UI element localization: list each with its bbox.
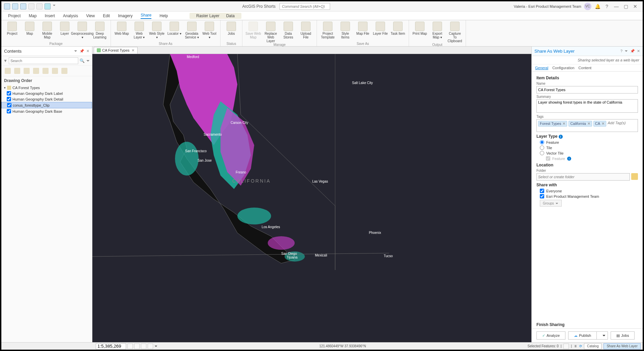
share-help-icon[interactable]: ? [620,49,622,53]
notifications-icon[interactable]: 🔔 [594,3,601,9]
info-icon[interactable]: i [567,157,571,161]
pane-menu-icon[interactable]: ⏷ [74,49,78,53]
status-tool-icon[interactable] [134,344,140,349]
tab-share[interactable]: Share [141,13,151,19]
toc-layer-item[interactable]: Human Geography Dark Detail [1,96,92,102]
tab-edit[interactable]: Edit [103,14,110,18]
status-tool-icon[interactable] [148,344,153,349]
tab-project[interactable]: Project [8,14,21,18]
qat-dropdown-icon[interactable]: ⏷ [53,3,56,9]
remove-tag-icon[interactable]: ✕ [562,122,565,126]
tag-chip[interactable]: California✕ [568,121,592,127]
help-icon[interactable]: ? [604,3,610,9]
share-tab-general[interactable]: General [535,66,548,70]
ribbon-tool[interactable]: Web Style ▾ [149,22,165,39]
browse-folder-icon[interactable] [631,173,638,180]
add-tag-input[interactable] [608,121,636,125]
ribbon-tool[interactable]: Mobile Map [39,22,55,39]
ribbon-tool[interactable]: Project [4,22,20,39]
tags-input-box[interactable]: Forest Types✕California✕CA✕ [536,119,638,132]
qat-open-icon[interactable] [12,3,18,9]
ribbon-tool[interactable]: Layer [57,22,73,39]
qat-redo-icon[interactable] [36,3,42,9]
tab-data[interactable]: Data [226,14,235,18]
ribbon-tool[interactable]: Map [22,22,38,39]
avatar[interactable]: VC [584,3,591,10]
remove-tag-icon[interactable]: ✕ [602,122,605,126]
share-menu-icon[interactable]: ⏷ [624,49,628,53]
toc-map-root[interactable]: ▾ CA Forest Types [1,85,92,90]
name-input[interactable] [536,86,638,93]
radio-feature[interactable]: Feature [540,140,638,144]
tab-imagery[interactable]: Imagery [118,14,133,18]
tab-raster-layer[interactable]: Raster Layer [196,14,219,18]
analyze-button[interactable]: ✓Analyze [536,331,565,340]
qat-save-icon[interactable] [20,3,26,9]
search-options-icon[interactable]: ⏷ [86,58,90,63]
contents-search-input[interactable] [9,57,78,64]
layer-visibility-checkbox[interactable] [7,97,11,101]
radio-vector-tile[interactable]: Vector Tile [540,151,638,155]
pause-icon[interactable]: ⏸ [574,344,577,348]
ribbon-tool[interactable]: Print Map [412,22,428,43]
ribbon-tool[interactable]: Jobs [223,22,239,35]
folder-select[interactable] [536,173,630,181]
map-canvas[interactable]: MedfordSalt Lake CityCarson CitySacramen… [92,54,531,342]
share-close-icon[interactable]: ✕ [637,49,640,53]
close-pane-icon[interactable]: ✕ [86,49,89,53]
list-by-selection-icon[interactable] [24,68,30,74]
qat-new-icon[interactable] [4,3,10,9]
ribbon-tool[interactable]: Task Item [390,22,406,39]
layer-visibility-checkbox[interactable] [7,103,11,107]
list-by-labeling-icon[interactable] [52,68,58,74]
tag-chip[interactable]: CA✕ [593,121,606,127]
tab-insert[interactable]: Insert [45,14,55,18]
search-icon[interactable]: 🔍 [80,58,85,63]
map-tab[interactable]: CA Forest Types ✕ [94,47,138,54]
qat-undo-icon[interactable] [28,3,34,9]
signed-in-user[interactable]: Valeria - Esri Product Management Team [514,4,581,8]
expand-icon[interactable]: ▾ [4,86,6,89]
layer-visibility-checkbox[interactable] [7,91,11,96]
status-tool-icon[interactable] [127,344,133,349]
list-by-perception-icon[interactable] [61,68,67,74]
autohide-icon[interactable]: 📌 [80,49,84,53]
ribbon-tool[interactable]: Capture To Clipboard [447,22,463,43]
remove-tag-icon[interactable]: ✕ [587,122,590,126]
jobs-button[interactable]: ▤Jobs [611,331,635,340]
check-everyone[interactable]: Everyone [540,189,638,193]
catalog-tab[interactable]: Catalog [584,343,602,349]
summary-input[interactable] [536,99,638,113]
ribbon-tool[interactable]: Web Tool ▾ [201,22,217,39]
ribbon-tool[interactable]: Geodata Service ▾ [184,22,200,39]
tag-chip[interactable]: Forest Types✕ [538,121,567,127]
share-tab-content[interactable]: Content [579,66,592,70]
radio-tile[interactable]: Tile [540,145,638,150]
share-tab-config[interactable]: Configuration [552,66,574,70]
ribbon-tool[interactable]: Upload File [298,22,314,43]
share-autohide-icon[interactable]: 📌 [630,49,635,53]
chevron-down-icon[interactable]: ⏷ [154,344,158,348]
ribbon-tool[interactable]: Export Map ▾ [429,22,445,43]
tab-analysis[interactable]: Analysis [63,14,78,18]
ribbon-tool[interactable]: Geoprocessing ▾ [74,22,90,39]
toc-layer-item[interactable]: Human Geography Dark Label [1,90,92,96]
publish-button[interactable]: ☁Publish ⏷ [568,331,608,340]
share-weblayer-tab[interactable]: Share As Web Layer [604,343,641,349]
ribbon-tool[interactable]: Web Map [114,22,130,39]
groups-button[interactable]: Groups⏷ [540,200,562,207]
minimize-icon[interactable]: — [613,3,620,9]
list-by-drawing-icon[interactable] [5,68,11,74]
ribbon-tool[interactable]: Data Stores [280,22,296,43]
refresh-icon[interactable]: ⟳ [579,344,582,348]
command-search-input[interactable] [280,3,330,10]
ribbon-tool[interactable]: Web Layer ▾ [131,22,147,39]
check-team[interactable]: Esri Product Management Team [540,194,638,198]
ribbon-tool[interactable]: Project Template [320,22,336,39]
layer-visibility-checkbox[interactable] [7,109,11,113]
ribbon-tool[interactable]: Style Items [337,22,353,39]
ribbon-tool[interactable]: Map File [355,22,371,39]
info-icon[interactable]: i [559,135,563,139]
list-by-editing-icon[interactable] [33,68,39,74]
toc-layer-item[interactable]: Human Geography Dark Base [1,108,92,114]
